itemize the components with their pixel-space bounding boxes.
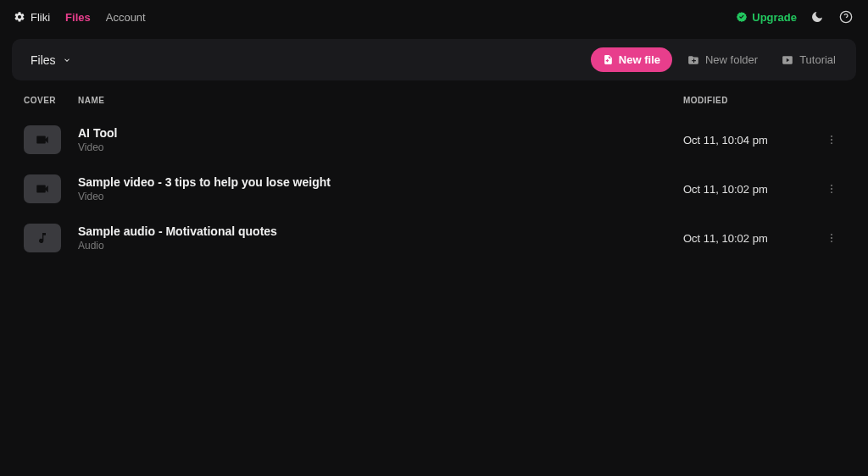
row-kebab-menu[interactable]: [819, 183, 844, 195]
svg-point-4: [831, 142, 832, 144]
gear-icon: [14, 11, 25, 23]
folder-dropdown-label: Files: [31, 53, 56, 67]
svg-point-7: [831, 191, 832, 193]
file-title: AI Tool: [78, 126, 683, 140]
check-badge-icon: [736, 11, 748, 23]
row-kebab-menu[interactable]: [819, 134, 844, 146]
nav-files[interactable]: Files: [65, 11, 91, 24]
table-row[interactable]: Sample audio - Motivational quotes Audio…: [12, 213, 856, 263]
svg-point-10: [831, 241, 832, 242]
file-modified: Oct 11, 10:02 pm: [683, 183, 819, 196]
toolbar: Files New file New folder Tutorial: [12, 39, 856, 80]
row-kebab-menu[interactable]: [819, 232, 844, 244]
col-name: NAME: [78, 96, 683, 105]
file-thumbnail: [24, 174, 61, 203]
new-file-button[interactable]: New file: [591, 47, 672, 72]
toolbar-right: New file New folder Tutorial: [591, 47, 844, 72]
topbar: Fliki Files Account Upgrade: [0, 0, 868, 34]
brand[interactable]: Fliki: [14, 11, 50, 24]
play-video-icon: [782, 54, 793, 66]
file-thumbnail: [24, 224, 61, 252]
chevron-down-icon: [63, 56, 71, 64]
file-plus-icon: [603, 54, 614, 65]
new-folder-button[interactable]: New folder: [679, 47, 766, 72]
file-table: COVER NAME MODIFIED AI Tool Video Oct 11…: [0, 80, 868, 263]
svg-point-2: [831, 136, 832, 137]
kebab-icon: [826, 183, 837, 195]
video-camera-icon: [35, 181, 50, 196]
tutorial-button[interactable]: Tutorial: [773, 47, 844, 72]
file-title: Sample video - 3 tips to help you lose w…: [78, 175, 683, 189]
file-modified: Oct 11, 10:02 pm: [683, 232, 819, 245]
upgrade-label: Upgrade: [752, 11, 797, 24]
brand-label: Fliki: [31, 11, 50, 24]
help-icon[interactable]: [837, 8, 854, 25]
svg-point-8: [831, 234, 832, 235]
file-type: Video: [78, 141, 683, 153]
svg-point-5: [831, 185, 832, 186]
topbar-right: Upgrade: [736, 8, 854, 25]
tutorial-label: Tutorial: [799, 53, 836, 66]
svg-point-6: [831, 188, 832, 190]
new-file-label: New file: [619, 53, 660, 66]
file-modified: Oct 11, 10:04 pm: [683, 134, 819, 147]
svg-point-9: [831, 237, 832, 239]
file-name-cell: AI Tool Video: [78, 126, 683, 153]
video-camera-icon: [35, 132, 50, 147]
new-folder-label: New folder: [705, 53, 758, 66]
col-cover: COVER: [24, 96, 78, 105]
svg-point-3: [831, 139, 832, 141]
table-row[interactable]: Sample video - 3 tips to help you lose w…: [12, 164, 856, 213]
col-modified: MODIFIED: [683, 96, 819, 105]
file-thumbnail: [24, 125, 61, 154]
kebab-icon: [826, 232, 837, 244]
table-row[interactable]: AI Tool Video Oct 11, 10:04 pm: [12, 115, 856, 164]
theme-toggle-icon[interactable]: [809, 8, 826, 25]
file-title: Sample audio - Motivational quotes: [78, 224, 683, 238]
file-name-cell: Sample video - 3 tips to help you lose w…: [78, 175, 683, 202]
table-header: COVER NAME MODIFIED: [12, 80, 856, 115]
kebab-icon: [826, 134, 837, 146]
folder-dropdown[interactable]: Files: [24, 50, 78, 70]
file-name-cell: Sample audio - Motivational quotes Audio: [78, 224, 683, 252]
file-type: Audio: [78, 240, 683, 252]
nav-account[interactable]: Account: [106, 11, 146, 24]
folder-plus-icon: [687, 54, 699, 66]
music-note-icon: [36, 231, 49, 245]
file-type: Video: [78, 191, 683, 202]
upgrade-button[interactable]: Upgrade: [736, 11, 797, 24]
topbar-left: Fliki Files Account: [14, 11, 146, 24]
